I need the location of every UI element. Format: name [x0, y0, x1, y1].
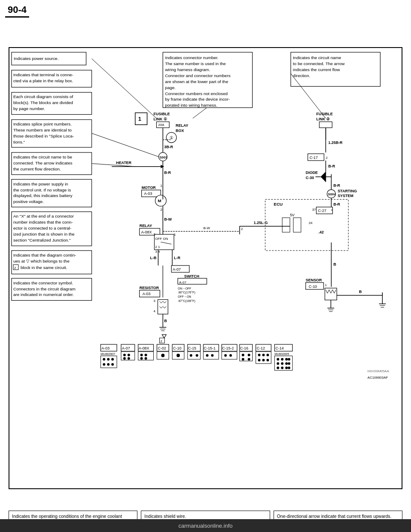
- svg-line-184: [92, 59, 156, 118]
- svg-point-267: [288, 367, 290, 369]
- svg-text:24: 24: [309, 221, 313, 225]
- svg-text:3B-R: 3B-R: [164, 145, 173, 149]
- svg-rect-173: [325, 288, 337, 300]
- svg-text:B: B: [164, 319, 167, 323]
- svg-point-240: [248, 354, 250, 356]
- svg-text:wiring harness diagram.: wiring harness diagram.: [164, 67, 210, 72]
- svg-text:B-R: B-R: [334, 202, 340, 206]
- svg-point-265: [281, 367, 283, 369]
- svg-point-262: [285, 362, 288, 365]
- svg-text:Connector and connector number: Connector and connector numbers: [165, 73, 230, 78]
- svg-text:BOX: BOX: [176, 129, 184, 133]
- svg-text:C-12: C-12: [256, 346, 265, 350]
- svg-text:ector is connected to a centra: ector is connected to a central-: [13, 226, 71, 230]
- svg-point-209: [140, 354, 143, 356]
- svg-text:STARTING: STARTING: [338, 189, 357, 193]
- svg-text:A-08X: A-08X: [139, 346, 149, 350]
- svg-text:37: 37: [312, 208, 316, 212]
- svg-marker-137: [321, 172, 326, 182]
- svg-text::87°C(189°F): :87°C(189°F): [178, 299, 195, 303]
- svg-point-220: [176, 354, 180, 357]
- svg-text:B-R: B-R: [334, 183, 340, 188]
- diagram-container: Indicates power source. Indicates that t…: [9, 47, 402, 489]
- svg-text:ues at ▽ which belongs to the: ues at ▽ which belongs to the: [13, 259, 70, 263]
- svg-point-256: [277, 358, 279, 361]
- svg-text:Indicates that terminal is con: Indicates that terminal is conne-: [13, 72, 73, 77]
- svg-text:M: M: [158, 198, 161, 203]
- svg-point-266: [285, 367, 288, 369]
- svg-text:B-W: B-W: [203, 226, 210, 230]
- page-number: 90-4: [5, 3, 29, 18]
- svg-text:section "Centralized Junction.: section "Centralized Junction.": [13, 238, 71, 242]
- svg-text:HEATER: HEATER: [116, 161, 132, 165]
- svg-text::80°C(176°F): :80°C(176°F): [178, 291, 195, 294]
- svg-text:An "X" at the end of a connect: An "X" at the end of a connector: [13, 214, 74, 218]
- svg-text:are indicated in numerical ord: are indicated in numerical order.: [13, 292, 74, 297]
- svg-point-257: [281, 358, 283, 361]
- svg-text:B-W: B-W: [164, 217, 172, 221]
- svg-rect-238: [240, 352, 253, 361]
- svg-text:direction.: direction.: [293, 73, 310, 78]
- svg-text:2         1: 2 1: [155, 245, 161, 249]
- svg-text:RELAY: RELAY: [140, 224, 152, 228]
- svg-text:block in the same circuit.: block in the same circuit.: [21, 265, 67, 270]
- svg-text:L-R: L-R: [174, 256, 180, 260]
- svg-text:LINK ②: LINK ②: [316, 117, 330, 121]
- svg-point-204: [123, 357, 126, 360]
- svg-text:A-07: A-07: [122, 346, 130, 350]
- svg-text:Indicates the power supply in: Indicates the power supply in: [13, 182, 68, 186]
- svg-text:2: 2: [14, 266, 16, 270]
- svg-point-263: [288, 362, 290, 365]
- svg-text:3         4: 3 4: [155, 250, 161, 254]
- svg-rect-63: [319, 122, 332, 128]
- svg-line-187: [92, 133, 158, 157]
- svg-rect-223: [188, 352, 200, 359]
- svg-text:.42: .42: [319, 230, 324, 234]
- svg-text:3: 3: [154, 299, 156, 303]
- shield-wire-text: Indicates shield wire.: [144, 514, 186, 519]
- svg-text:FUSIBLE: FUSIBLE: [154, 112, 170, 116]
- svg-text:C-27: C-27: [318, 209, 326, 213]
- svg-rect-117: [158, 299, 168, 314]
- svg-line-185: [193, 108, 207, 118]
- svg-point-242: [248, 358, 250, 361]
- svg-text:Connectors in the circuit diag: Connectors in the circuit diagram: [13, 287, 75, 291]
- svg-point-225: [196, 354, 198, 357]
- svg-point-203: [128, 354, 130, 356]
- svg-text:①: ①: [170, 135, 173, 140]
- svg-point-196: [103, 363, 105, 366]
- svg-text:A-07: A-07: [173, 267, 181, 272]
- svg-text:by frame indicate the device i: by frame indicate the device incor-: [165, 97, 229, 102]
- svg-text:Indicates power source.: Indicates power source.: [14, 56, 59, 61]
- svg-point-235: [229, 354, 232, 357]
- svg-text:by page number.: by page number.: [13, 106, 45, 111]
- svg-point-239: [242, 354, 244, 356]
- svg-point-193: [103, 358, 105, 361]
- svg-text:A-03: A-03: [101, 346, 110, 350]
- svg-text:1: 1: [138, 116, 141, 122]
- svg-text:2: 2: [154, 233, 156, 236]
- svg-point-229: [206, 354, 208, 357]
- svg-text:5V: 5V: [290, 213, 295, 217]
- svg-text:FUSIBLE: FUSIBLE: [316, 112, 333, 116]
- svg-text:C-15-2: C-15-2: [222, 346, 234, 350]
- svg-rect-228: [203, 352, 219, 359]
- svg-text:SENSOR: SENSOR: [306, 278, 322, 282]
- svg-point-210: [145, 354, 147, 356]
- svg-point-261: [281, 362, 283, 365]
- svg-point-194: [107, 358, 110, 361]
- svg-point-212: [145, 357, 147, 360]
- svg-text:2: 2: [326, 156, 328, 160]
- svg-text:Indicates the circuit name to : Indicates the circuit name to be: [13, 155, 72, 159]
- svg-text:C-15-1: C-15-1: [204, 346, 215, 350]
- svg-text:displayed, this indicates batt: displayed, this indicates battery: [13, 193, 72, 198]
- svg-rect-154: [293, 218, 301, 232]
- svg-text:B-R: B-R: [328, 164, 335, 168]
- svg-text:A-03: A-03: [143, 292, 151, 296]
- one-directional-text: One-directional arrow indicate that curr…: [277, 514, 392, 519]
- svg-rect-245: [256, 352, 271, 364]
- svg-rect-153: [282, 218, 290, 232]
- svg-point-246: [258, 354, 260, 356]
- svg-text:RELAY: RELAY: [176, 123, 188, 128]
- svg-text:L-B: L-B: [150, 256, 157, 260]
